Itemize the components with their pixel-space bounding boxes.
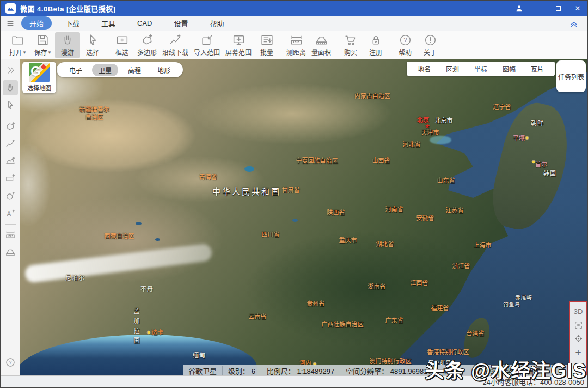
toolbar-batch-label: 批量 <box>260 47 273 57</box>
svg-text:?: ? <box>9 360 11 365</box>
status-segment: 比例尺： 1:18489297 <box>261 366 340 376</box>
map-type-tab-elevation[interactable]: 高程 <box>121 64 148 76</box>
map-type-tab-satellite[interactable]: 卫星 <box>92 64 118 76</box>
sidebar-select-tool[interactable] <box>3 98 18 113</box>
sidebar-draw-area-tool[interactable] <box>3 154 18 169</box>
toolbar-along-line-label: 沿线下载 <box>162 47 188 57</box>
map-source-picker-label: 选择地图 <box>27 83 51 92</box>
overlay-tab-coordinates[interactable]: 坐标 <box>467 63 495 75</box>
overlay-tab-placenames[interactable]: 地名 <box>410 63 438 75</box>
sidebar-draw-polygon-tool[interactable] <box>3 119 18 134</box>
sidebar-add-text-tool[interactable]: A <box>3 206 18 221</box>
overlay-tab-tiles[interactable]: 瓦片 <box>523 63 552 75</box>
watermark-text: 头条 @水经注GIS <box>425 355 586 383</box>
menu-tab-start[interactable]: 开始 <box>21 16 52 30</box>
toolbar-about-button[interactable]: 关于 <box>418 32 443 58</box>
about-info-icon <box>424 33 437 47</box>
toolbar-register-button[interactable]: 注册 <box>363 32 388 58</box>
toolbar-measure-distance-button[interactable]: 测距离 <box>284 32 309 58</box>
maximize-button[interactable] <box>548 1 568 16</box>
sidebar-help-icon[interactable]: ? <box>3 355 18 370</box>
toolbar-buy-label: 购买 <box>344 47 357 57</box>
sidebar-expand-icon[interactable] <box>3 63 18 78</box>
toolbar-save-label: 保存 <box>34 47 47 57</box>
toolbar-measure-area-label: 量面积 <box>311 47 331 57</box>
sidebar-measure-distance-tool[interactable] <box>3 227 18 242</box>
overlay-tab-districts[interactable]: 区划 <box>438 63 467 75</box>
tibet-lake <box>155 238 160 241</box>
measure-area-icon <box>315 33 328 47</box>
help-question-icon: ? <box>399 33 412 47</box>
sidebar-draw-circle-tool[interactable] <box>3 189 18 204</box>
lock-icon <box>369 33 383 47</box>
title-bar: 微图 4.0Beta [企业版已授权] — ✕ <box>1 1 587 16</box>
status-segment: 级别： 6 <box>222 366 261 376</box>
toolbar-import-extent-label: 导入范围 <box>194 47 220 57</box>
locate-target-icon[interactable] <box>572 332 585 345</box>
left-tool-sidebar: A ? <box>1 59 20 375</box>
status-segment: 谷歌卫星 <box>183 366 222 376</box>
google-maps-icon: G <box>29 63 50 82</box>
toolbar-help-button[interactable]: ? 帮助 <box>393 32 418 58</box>
cursor-arrow-icon <box>86 33 100 47</box>
tibet-lake <box>136 222 142 225</box>
toolbar-rect-select-button[interactable]: 框选 <box>109 32 134 58</box>
hamburger-menu-icon[interactable] <box>6 19 15 28</box>
map-canvas[interactable]: G 选择地图 电子 卫星 高程 地形 地名 区划 坐标 图幅 瓦片 任务列表 <box>20 59 587 375</box>
window-title: 微图 4.0Beta [企业版已授权] <box>20 3 116 14</box>
lake <box>292 219 298 222</box>
map-type-tab-vector[interactable]: 电子 <box>63 64 89 76</box>
app-logo-icon <box>5 3 16 14</box>
toolbar-open-label: 打开 <box>9 47 22 57</box>
sidebar-draw-rect-tool[interactable] <box>3 171 18 186</box>
toolbar-help-label: 帮助 <box>399 47 412 57</box>
menu-tab-download[interactable]: 下载 <box>57 16 88 30</box>
toolbar-measure-area-button[interactable]: 量面积 <box>309 32 334 58</box>
toolbar-buy-button[interactable]: 购买 <box>338 32 363 58</box>
dropdown-caret-icon: ▾ <box>23 50 26 55</box>
himalaya-snow-range <box>24 243 212 283</box>
toolbar-measure-distance-label: 测距离 <box>286 47 306 57</box>
pan-hand-icon <box>61 33 75 47</box>
svg-text:?: ? <box>403 37 407 43</box>
toolbar-along-line-button[interactable]: 沿线下载 <box>160 32 191 58</box>
svg-text:A: A <box>7 210 11 218</box>
bohai-coast-shallow <box>430 136 451 144</box>
view-3d-button[interactable]: 3D <box>572 305 585 318</box>
toolbar-rect-select-label: 框选 <box>115 47 128 57</box>
shopping-cart-icon <box>344 33 358 47</box>
folder-open-icon <box>11 33 24 47</box>
map-source-picker-button[interactable]: G 选择地图 <box>22 62 56 93</box>
toolbar-pan-label: 漫游 <box>61 47 74 57</box>
map-type-tabbar: 电子 卫星 高程 地形 <box>57 62 183 77</box>
toolbar-select-button[interactable]: 选择 <box>80 32 105 58</box>
full-extent-icon[interactable] <box>572 319 585 332</box>
map-type-tab-terrain[interactable]: 地形 <box>151 64 177 76</box>
sidebar-draw-polyline-tool[interactable] <box>3 136 18 151</box>
user-account-icon[interactable] <box>509 1 529 16</box>
menu-tab-help[interactable]: 帮助 <box>202 16 232 30</box>
sidebar-pan-tool[interactable] <box>3 80 18 95</box>
task-list-button[interactable]: 任务列表 <box>556 60 586 92</box>
minimize-button[interactable]: — <box>529 1 548 16</box>
polygon-select-icon <box>140 33 154 47</box>
toolbar-open-button[interactable]: 打开▾ <box>5 32 30 58</box>
menu-tab-settings[interactable]: 设置 <box>166 16 197 30</box>
close-button[interactable]: ✕ <box>568 1 587 16</box>
toolbar-import-extent-button[interactable]: 导入范围 <box>191 32 223 58</box>
toolbar-batch-button[interactable]: 批量 <box>254 32 279 58</box>
measure-distance-icon <box>290 33 303 47</box>
toolbar-screen-extent-button[interactable]: 屏幕范围 <box>223 32 254 58</box>
menu-tab-cad[interactable]: CAD <box>129 17 160 29</box>
sidebar-measure-area-tool[interactable] <box>3 245 18 260</box>
toolbar-save-button[interactable]: 保存▾ <box>30 32 55 58</box>
toolbar-about-label: 关于 <box>424 47 437 57</box>
toolbar-polygon-button[interactable]: 多边形 <box>134 32 160 58</box>
batch-list-icon <box>260 33 274 47</box>
ribbon-collapse-icon[interactable] <box>569 19 579 28</box>
toolbar-pan-button[interactable]: 漫游 <box>55 32 80 58</box>
overlay-tab-mapsheet[interactable]: 图幅 <box>495 63 523 75</box>
map-overlay-tabbar: 地名 区划 坐标 图幅 瓦片 <box>407 62 555 76</box>
menu-tab-tools[interactable]: 工具 <box>93 16 124 30</box>
sidebar-divider <box>5 224 16 225</box>
